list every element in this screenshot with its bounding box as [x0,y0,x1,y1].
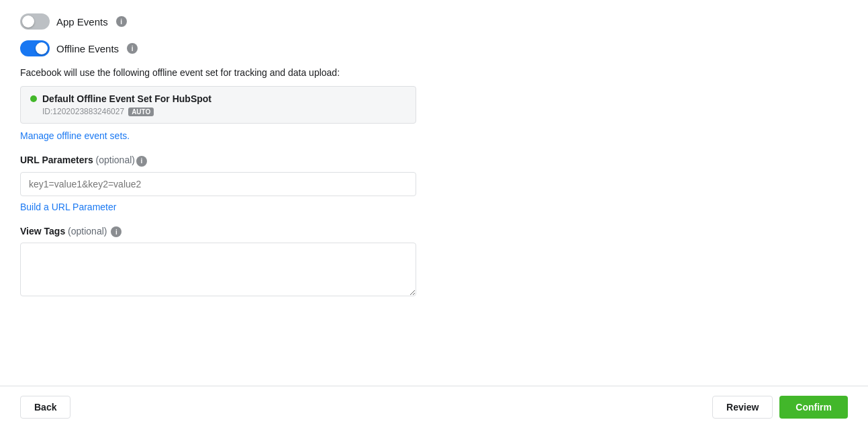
footer-right: Review Confirm [712,396,848,419]
view-tags-info-icon[interactable]: i [111,226,122,237]
offline-events-label: Offline Events [56,43,119,54]
url-parameters-info-icon[interactable]: i [136,156,147,167]
confirm-button[interactable]: Confirm [779,396,848,419]
event-set-name-row: Default Offline Event Set For HubSpot [30,93,406,104]
footer: Back Review Confirm [0,386,868,428]
manage-offline-link[interactable]: Manage offline event sets. [20,130,130,141]
offline-events-info-icon[interactable]: i [127,43,138,54]
event-set-id-row: ID:1202023883246027 AUTO [30,107,406,116]
footer-left: Back [20,396,70,419]
app-events-slider [20,13,50,30]
view-tags-label: View Tags (optional) i [20,226,848,238]
view-tags-optional: (optional) [68,226,107,237]
app-events-row: App Events i [20,13,848,30]
auto-badge: AUTO [128,108,154,116]
app-events-info-icon[interactable]: i [116,16,127,27]
app-events-label: App Events [56,16,108,28]
app-events-toggle[interactable] [20,13,50,30]
offline-events-slider [20,40,50,56]
url-parameters-label: URL Parameters (optional)i [20,155,848,167]
back-button[interactable]: Back [20,396,70,419]
event-set-box: Default Offline Event Set For HubSpot ID… [20,86,416,124]
green-dot-icon [30,95,37,102]
build-url-parameter-link[interactable]: Build a URL Parameter [20,202,116,212]
event-set-name-text: Default Offline Event Set For HubSpot [42,93,211,104]
main-content: App Events i Offline Events i Facebook w… [0,0,868,386]
event-set-id-text: ID:1202023883246027 [42,107,124,116]
url-parameters-input[interactable] [20,172,416,196]
review-button[interactable]: Review [712,396,773,419]
offline-description: Facebook will use the following offline … [20,67,848,78]
view-tags-textarea[interactable] [20,243,416,296]
offline-events-toggle[interactable] [20,40,50,56]
offline-events-row: Offline Events i [20,40,848,56]
